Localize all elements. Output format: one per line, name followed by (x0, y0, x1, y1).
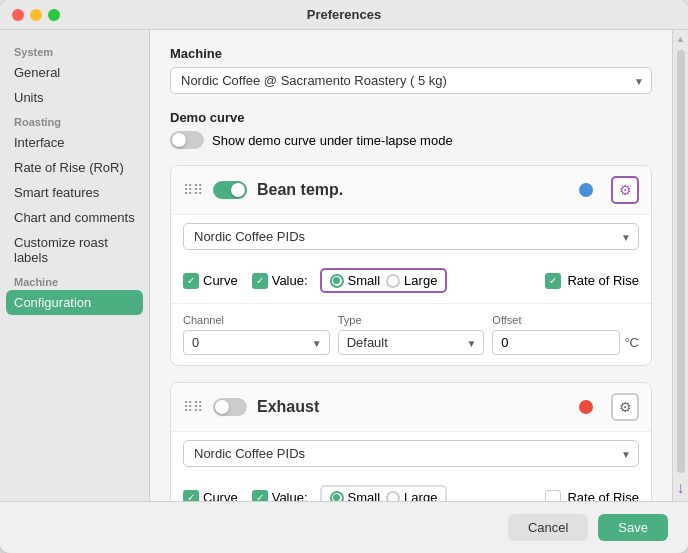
minimize-button[interactable] (30, 9, 42, 21)
bean-temp-type-group: Type Default ▼ (338, 314, 485, 355)
bean-temp-value-check-icon: ✓ (252, 273, 268, 289)
bean-temp-small-label: Small (348, 273, 381, 288)
bean-temp-channel: ⠿⠿ Bean temp. ⚙ Nordic Coffee PIDs ▼ (170, 165, 652, 366)
main-content: Machine Nordic Coffee @ Sacramento Roast… (150, 30, 672, 501)
sidebar-section-roasting: Roasting (0, 110, 149, 130)
sidebar-item-smart[interactable]: Smart features (0, 180, 149, 205)
exhaust-large-radio-circle (386, 491, 400, 502)
save-button[interactable]: Save (598, 514, 668, 541)
bean-temp-source-select[interactable]: Nordic Coffee PIDs (183, 223, 639, 250)
demo-curve-label: Demo curve (170, 110, 652, 125)
exhaust-color (579, 400, 593, 414)
bean-temp-toggle[interactable] (213, 181, 247, 199)
bean-temp-value-label: Value: (272, 273, 308, 288)
exhaust-value-label: Value: (272, 490, 308, 501)
traffic-lights (12, 9, 60, 21)
bean-temp-type-select-wrapper: Default ▼ (338, 330, 485, 355)
exhaust-small-radio-circle (330, 491, 344, 502)
scroll-up-arrow[interactable]: ▲ (676, 34, 685, 44)
footer: Cancel Save (0, 501, 688, 553)
machine-select-wrapper: Nordic Coffee @ Sacramento Roastery ( 5 … (170, 67, 652, 94)
scroll-down-purple-arrow: ↓ (677, 479, 685, 497)
bean-temp-type-select[interactable]: Default (338, 330, 485, 355)
exhaust-toggle[interactable] (213, 398, 247, 416)
bean-temp-drag-handle[interactable]: ⠿⠿ (183, 182, 203, 198)
exhaust-ror-wrapper: Rate of Rise (545, 490, 639, 502)
bean-temp-options: ✓ Curve ✓ Value: Small (171, 258, 651, 304)
exhaust-curve-checkbox[interactable]: ✓ Curve (183, 490, 238, 502)
exhaust-name: Exhaust (257, 398, 319, 416)
bean-temp-value-checkbox[interactable]: ✓ Value: (252, 273, 308, 289)
exhaust-options: ✓ Curve ✓ Value: Small (171, 475, 651, 501)
bean-temp-params: Channel 0 ▼ Type Default (171, 304, 651, 365)
sidebar-section-system: System (0, 40, 149, 60)
machine-label: Machine (170, 46, 652, 61)
bean-temp-ror-checkbox[interactable]: ✓ (545, 273, 561, 289)
bean-temp-large-label: Large (404, 273, 437, 288)
window-title: Preferences (307, 7, 381, 22)
bean-temp-offset-label: Offset (492, 314, 639, 326)
sidebar-item-units[interactable]: Units (0, 85, 149, 110)
bean-temp-small-radio[interactable]: Small (330, 273, 381, 288)
exhaust-curve-check-icon: ✓ (183, 490, 199, 502)
fullscreen-button[interactable] (48, 9, 60, 21)
bean-temp-curve-checkbox[interactable]: ✓ Curve (183, 273, 238, 289)
sidebar-section-machine: Machine (0, 270, 149, 290)
demo-curve-section: Demo curve Show demo curve under time-la… (170, 110, 652, 149)
sidebar-item-interface[interactable]: Interface (0, 130, 149, 155)
titlebar: Preferences (0, 0, 688, 30)
bean-temp-ror-label: Rate of Rise (567, 273, 639, 288)
close-button[interactable] (12, 9, 24, 21)
bean-temp-type-label: Type (338, 314, 485, 326)
bean-temp-large-radio-circle (386, 274, 400, 288)
cancel-button[interactable]: Cancel (508, 514, 588, 541)
bean-temp-small-radio-circle (330, 274, 344, 288)
demo-curve-row: Show demo curve under time-lapse mode (170, 131, 652, 149)
exhaust-curve-label: Curve (203, 490, 238, 501)
machine-select[interactable]: Nordic Coffee @ Sacramento Roastery ( 5 … (170, 67, 652, 94)
sidebar-item-chart[interactable]: Chart and comments (0, 205, 149, 230)
bean-temp-offset-row: °C (492, 330, 639, 355)
demo-curve-text: Show demo curve under time-lapse mode (212, 133, 453, 148)
bean-temp-color (579, 183, 593, 197)
bean-temp-channel-label: Channel (183, 314, 330, 326)
bean-temp-ror-wrapper: ✓ Rate of Rise (545, 273, 639, 289)
exhaust-ror-checkbox[interactable] (545, 490, 561, 502)
exhaust-gear-button[interactable]: ⚙ (611, 393, 639, 421)
exhaust-source-wrapper: Nordic Coffee PIDs ▼ (183, 440, 639, 467)
exhaust-large-label: Large (404, 490, 437, 501)
sidebar-item-general[interactable]: General (0, 60, 149, 85)
exhaust-source-select[interactable]: Nordic Coffee PIDs (183, 440, 639, 467)
bean-temp-gear-button[interactable]: ⚙ (611, 176, 639, 204)
bean-temp-size-radio-group: Small Large (320, 268, 448, 293)
bean-temp-source-row: Nordic Coffee PIDs ▼ (171, 215, 651, 258)
bean-temp-curve-label: Curve (203, 273, 238, 288)
bean-temp-unit: °C (624, 335, 639, 350)
exhaust-small-radio[interactable]: Small (330, 490, 381, 501)
machine-section: Machine Nordic Coffee @ Sacramento Roast… (170, 46, 652, 94)
bean-temp-source-wrapper: Nordic Coffee PIDs ▼ (183, 223, 639, 250)
sidebar-item-configuration[interactable]: Configuration (6, 290, 143, 315)
scroll-thumb[interactable] (677, 50, 685, 473)
bean-temp-channel-group: Channel 0 ▼ (183, 314, 330, 355)
bean-temp-curve-check-icon: ✓ (183, 273, 199, 289)
exhaust-size-radio-group: Small Large (320, 485, 448, 501)
sidebar-item-ror[interactable]: Rate of Rise (RoR) (0, 155, 149, 180)
exhaust-ror-label: Rate of Rise (567, 490, 639, 501)
scrollbar[interactable]: ▲ ↓ (672, 30, 688, 501)
bean-temp-channel-select[interactable]: 0 (183, 330, 330, 355)
sidebar-item-customize[interactable]: Customize roast labels (0, 230, 149, 270)
exhaust-drag-handle[interactable]: ⠿⠿ (183, 399, 203, 415)
bean-temp-channel-select-wrapper: 0 ▼ (183, 330, 330, 355)
exhaust-value-check-icon: ✓ (252, 490, 268, 502)
exhaust-header: ⠿⠿ Exhaust ⚙ (171, 383, 651, 432)
sidebar: System General Units Roasting Interface … (0, 30, 150, 501)
bean-temp-offset-group: Offset °C (492, 314, 639, 355)
exhaust-channel: ⠿⠿ Exhaust ⚙ Nordic Coffee PIDs ▼ (170, 382, 652, 501)
bean-temp-large-radio[interactable]: Large (386, 273, 437, 288)
demo-curve-toggle[interactable] (170, 131, 204, 149)
exhaust-value-checkbox[interactable]: ✓ Value: (252, 490, 308, 502)
exhaust-large-radio[interactable]: Large (386, 490, 437, 501)
bean-temp-offset-input[interactable] (492, 330, 620, 355)
exhaust-small-label: Small (348, 490, 381, 501)
